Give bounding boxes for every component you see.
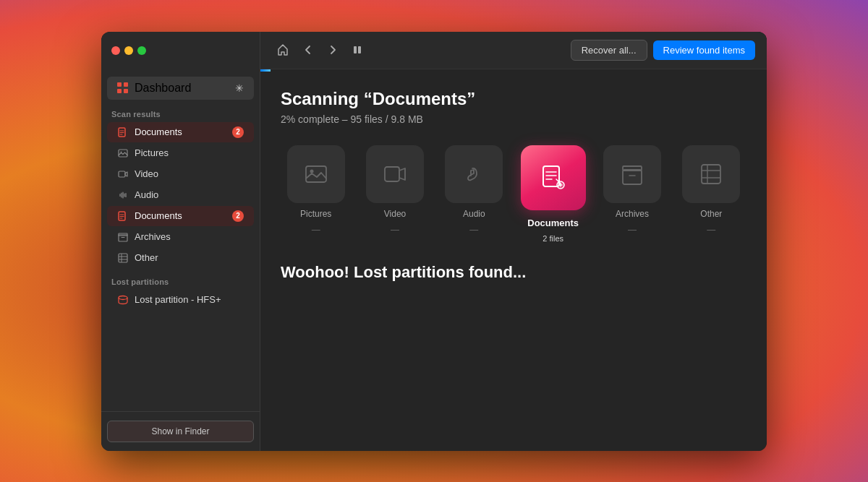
tile-audio-icon xyxy=(445,145,503,203)
sidebar-item-label-pictures: Pictures xyxy=(135,147,169,158)
sidebar-item-label-video: Video xyxy=(135,168,158,179)
recover-all-button[interactable]: Recover all... xyxy=(571,40,647,61)
tile-archives[interactable]: Archives — xyxy=(597,145,667,243)
drive-icon xyxy=(117,294,129,306)
traffic-lights xyxy=(111,46,146,55)
tile-documents-icon-active xyxy=(521,145,586,210)
dashboard-icon xyxy=(117,82,129,94)
tile-archives-count: — xyxy=(628,225,637,235)
pause-button[interactable] xyxy=(347,41,367,59)
tile-other-icon xyxy=(682,145,740,203)
home-button[interactable] xyxy=(272,40,294,59)
tile-audio[interactable]: Audio — xyxy=(439,145,509,243)
sidebar-item-archives[interactable]: Archives xyxy=(107,227,254,247)
document-icon xyxy=(117,126,129,138)
svg-point-22 xyxy=(310,169,313,173)
svg-rect-14 xyxy=(119,254,127,262)
close-button[interactable] xyxy=(111,46,120,55)
tile-other-label: Other xyxy=(700,209,722,219)
sidebar-item-left: Documents xyxy=(117,210,182,222)
tile-pictures[interactable]: Pictures — xyxy=(281,145,351,243)
sidebar-item-label-documents-2: Documents xyxy=(135,210,182,221)
review-found-button[interactable]: Review found items xyxy=(653,40,755,60)
scan-results-label: Scan results xyxy=(101,101,260,121)
dashboard-label: Dashboard xyxy=(135,82,191,95)
sidebar-item-left: Pictures xyxy=(117,147,169,159)
sidebar-item-left: Video xyxy=(117,168,158,180)
svg-point-18 xyxy=(119,296,127,299)
sidebar-item-video[interactable]: Video xyxy=(107,164,254,184)
tile-documents-active-count: 2 files xyxy=(542,234,563,243)
tile-audio-count: — xyxy=(469,225,478,235)
dashboard-item-left: Dashboard xyxy=(117,82,191,95)
tile-documents-active[interactable]: Documents 2 files xyxy=(518,145,588,243)
toolbar-nav xyxy=(272,40,565,59)
sidebar: Dashboard ✳ Scan results xyxy=(101,32,260,451)
tile-video-icon xyxy=(366,145,424,203)
tile-other[interactable]: Other — xyxy=(676,145,746,243)
sidebar-item-lost-partition[interactable]: Lost partition - HFS+ xyxy=(107,290,254,310)
file-grid: Pictures — Video — xyxy=(281,145,746,243)
lost-partitions-label: Lost partitions xyxy=(101,269,260,289)
loading-spinner-icon: ✳ xyxy=(235,82,244,94)
main-content: Recover all... Review found items Scanni… xyxy=(260,32,767,451)
sidebar-item-other[interactable]: Other xyxy=(107,248,254,268)
pictures-icon xyxy=(117,147,129,159)
woohoo-title: Woohoo! Lost partitions found... xyxy=(281,263,746,282)
maximize-button[interactable] xyxy=(137,46,146,55)
app-window: Dashboard ✳ Scan results xyxy=(101,32,767,451)
other-icon xyxy=(117,252,129,264)
sidebar-item-left: Other xyxy=(117,252,158,264)
tile-documents-active-label: Documents xyxy=(527,218,579,228)
sidebar-item-documents-2[interactable]: Documents 2 xyxy=(107,206,254,226)
sidebar-item-audio[interactable]: Audio xyxy=(107,185,254,205)
svg-rect-23 xyxy=(385,167,399,181)
sidebar-item-documents-1[interactable]: Documents 2 xyxy=(107,122,254,142)
sidebar-item-label-documents-1: Documents xyxy=(135,126,182,137)
archives-icon xyxy=(117,231,129,243)
badge-documents-1: 2 xyxy=(232,126,244,138)
svg-rect-19 xyxy=(354,46,357,53)
tile-video[interactable]: Video — xyxy=(359,145,430,243)
sidebar-item-left: Documents xyxy=(117,126,182,138)
dashboard-dot-2 xyxy=(124,82,128,87)
scan-subtitle: 2% complete – 95 files / 9.8 MB xyxy=(281,113,746,125)
sidebar-footer: Show in Finder xyxy=(101,411,260,451)
sidebar-item-left: Audio xyxy=(117,189,158,201)
tile-video-label: Video xyxy=(384,209,406,219)
sidebar-item-label-lost-partition: Lost partition - HFS+ xyxy=(135,294,221,305)
show-in-finder-button[interactable]: Show in Finder xyxy=(107,421,254,442)
tile-archives-icon xyxy=(603,145,661,203)
tile-archives-label: Archives xyxy=(616,209,649,219)
minimize-button[interactable] xyxy=(124,46,133,55)
sidebar-content: Dashboard ✳ Scan results xyxy=(101,69,260,411)
svg-rect-34 xyxy=(702,165,720,184)
document-icon-2 xyxy=(117,210,129,222)
tile-other-count: — xyxy=(707,225,715,235)
badge-documents-2: 2 xyxy=(232,210,244,222)
tile-audio-label: Audio xyxy=(463,209,485,219)
dashboard-item[interactable]: Dashboard ✳ xyxy=(107,77,254,100)
sidebar-item-pictures[interactable]: Pictures xyxy=(107,143,254,163)
sidebar-item-left: Lost partition - HFS+ xyxy=(117,294,221,306)
sidebar-titlebar xyxy=(101,32,260,69)
back-button[interactable] xyxy=(298,41,318,59)
dashboard-dot-4 xyxy=(124,89,128,93)
dashboard-dot-3 xyxy=(117,89,122,93)
forward-button[interactable] xyxy=(323,41,343,59)
svg-rect-6 xyxy=(119,171,125,177)
sidebar-item-label-archives: Archives xyxy=(135,231,171,242)
content-area: Scanning “Documents” 2% complete – 95 fi… xyxy=(260,72,767,451)
tile-pictures-label: Pictures xyxy=(300,209,331,219)
tile-video-count: — xyxy=(391,225,399,235)
sidebar-item-label-other: Other xyxy=(135,252,158,263)
tile-pictures-icon xyxy=(287,145,345,203)
window-frame: Dashboard ✳ Scan results xyxy=(101,32,767,451)
dashboard-dot-1 xyxy=(117,82,122,87)
tile-pictures-count: — xyxy=(312,225,320,235)
audio-icon xyxy=(117,189,129,201)
sidebar-item-label-audio: Audio xyxy=(135,189,158,200)
video-icon xyxy=(117,168,129,180)
svg-rect-31 xyxy=(623,170,642,184)
toolbar: Recover all... Review found items xyxy=(260,32,767,69)
